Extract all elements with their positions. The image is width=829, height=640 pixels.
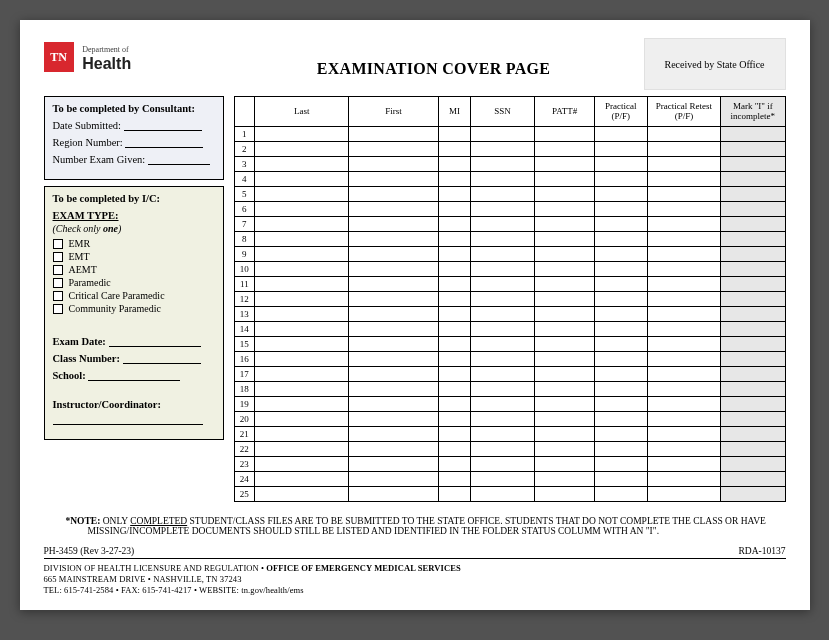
cell-last[interactable]	[255, 127, 349, 142]
cell-practical[interactable]	[594, 217, 647, 232]
cell-practical[interactable]	[594, 442, 647, 457]
cell-retest[interactable]	[647, 442, 720, 457]
cell-patt[interactable]	[535, 217, 595, 232]
cell-mi[interactable]	[438, 337, 470, 352]
cell-mark[interactable]	[721, 247, 785, 262]
cell-mi[interactable]	[438, 412, 470, 427]
cell-mark[interactable]	[721, 382, 785, 397]
cell-retest[interactable]	[647, 382, 720, 397]
cell-first[interactable]	[349, 487, 439, 502]
cell-retest[interactable]	[647, 292, 720, 307]
cell-retest[interactable]	[647, 412, 720, 427]
cell-first[interactable]	[349, 382, 439, 397]
cell-retest[interactable]	[647, 202, 720, 217]
cell-ssn[interactable]	[470, 157, 534, 172]
cell-mark[interactable]	[721, 202, 785, 217]
cell-retest[interactable]	[647, 427, 720, 442]
cell-practical[interactable]	[594, 397, 647, 412]
cell-retest[interactable]	[647, 127, 720, 142]
cell-retest[interactable]	[647, 232, 720, 247]
cell-ssn[interactable]	[470, 217, 534, 232]
cell-first[interactable]	[349, 277, 439, 292]
cell-last[interactable]	[255, 352, 349, 367]
cell-retest[interactable]	[647, 472, 720, 487]
cell-practical[interactable]	[594, 352, 647, 367]
cell-first[interactable]	[349, 232, 439, 247]
cell-retest[interactable]	[647, 487, 720, 502]
cell-mark[interactable]	[721, 412, 785, 427]
cell-first[interactable]	[349, 352, 439, 367]
school-input[interactable]	[88, 370, 180, 381]
cell-first[interactable]	[349, 157, 439, 172]
cell-first[interactable]	[349, 127, 439, 142]
cell-retest[interactable]	[647, 157, 720, 172]
cell-mi[interactable]	[438, 187, 470, 202]
cell-practical[interactable]	[594, 202, 647, 217]
cell-mark[interactable]	[721, 427, 785, 442]
cell-mark[interactable]	[721, 442, 785, 457]
exam-date-input[interactable]	[109, 336, 201, 347]
checkbox-icon[interactable]	[53, 252, 63, 262]
cell-patt[interactable]	[535, 412, 595, 427]
cell-ssn[interactable]	[470, 142, 534, 157]
cell-patt[interactable]	[535, 232, 595, 247]
cell-ssn[interactable]	[470, 337, 534, 352]
cell-ssn[interactable]	[470, 277, 534, 292]
cell-ssn[interactable]	[470, 442, 534, 457]
cell-practical[interactable]	[594, 157, 647, 172]
cell-ssn[interactable]	[470, 187, 534, 202]
cell-mi[interactable]	[438, 397, 470, 412]
cell-patt[interactable]	[535, 382, 595, 397]
cell-last[interactable]	[255, 412, 349, 427]
cell-last[interactable]	[255, 142, 349, 157]
cell-last[interactable]	[255, 337, 349, 352]
cell-ssn[interactable]	[470, 472, 534, 487]
cell-mi[interactable]	[438, 367, 470, 382]
cell-ssn[interactable]	[470, 382, 534, 397]
cell-practical[interactable]	[594, 277, 647, 292]
cell-retest[interactable]	[647, 142, 720, 157]
cell-patt[interactable]	[535, 442, 595, 457]
cell-mark[interactable]	[721, 337, 785, 352]
cell-ssn[interactable]	[470, 292, 534, 307]
cell-first[interactable]	[349, 457, 439, 472]
cell-last[interactable]	[255, 262, 349, 277]
cell-last[interactable]	[255, 397, 349, 412]
cell-mark[interactable]	[721, 217, 785, 232]
cell-mark[interactable]	[721, 322, 785, 337]
cell-last[interactable]	[255, 487, 349, 502]
cell-first[interactable]	[349, 142, 439, 157]
cell-practical[interactable]	[594, 427, 647, 442]
cell-mark[interactable]	[721, 472, 785, 487]
cell-retest[interactable]	[647, 217, 720, 232]
cell-patt[interactable]	[535, 142, 595, 157]
cell-mi[interactable]	[438, 307, 470, 322]
cell-practical[interactable]	[594, 142, 647, 157]
cell-retest[interactable]	[647, 187, 720, 202]
cell-mi[interactable]	[438, 127, 470, 142]
cell-mark[interactable]	[721, 232, 785, 247]
cell-practical[interactable]	[594, 382, 647, 397]
cell-practical[interactable]	[594, 187, 647, 202]
cell-mi[interactable]	[438, 427, 470, 442]
cell-patt[interactable]	[535, 427, 595, 442]
cell-ssn[interactable]	[470, 172, 534, 187]
cell-ssn[interactable]	[470, 412, 534, 427]
instructor-input[interactable]	[53, 414, 203, 425]
cell-last[interactable]	[255, 217, 349, 232]
cell-practical[interactable]	[594, 292, 647, 307]
cell-practical[interactable]	[594, 472, 647, 487]
cell-retest[interactable]	[647, 277, 720, 292]
cell-practical[interactable]	[594, 127, 647, 142]
cell-mark[interactable]	[721, 367, 785, 382]
cell-patt[interactable]	[535, 352, 595, 367]
cell-last[interactable]	[255, 157, 349, 172]
cell-first[interactable]	[349, 337, 439, 352]
region-number-input[interactable]	[125, 137, 203, 148]
cell-ssn[interactable]	[470, 307, 534, 322]
cell-mi[interactable]	[438, 442, 470, 457]
cell-mi[interactable]	[438, 172, 470, 187]
cell-mi[interactable]	[438, 262, 470, 277]
cell-first[interactable]	[349, 397, 439, 412]
cell-mark[interactable]	[721, 487, 785, 502]
